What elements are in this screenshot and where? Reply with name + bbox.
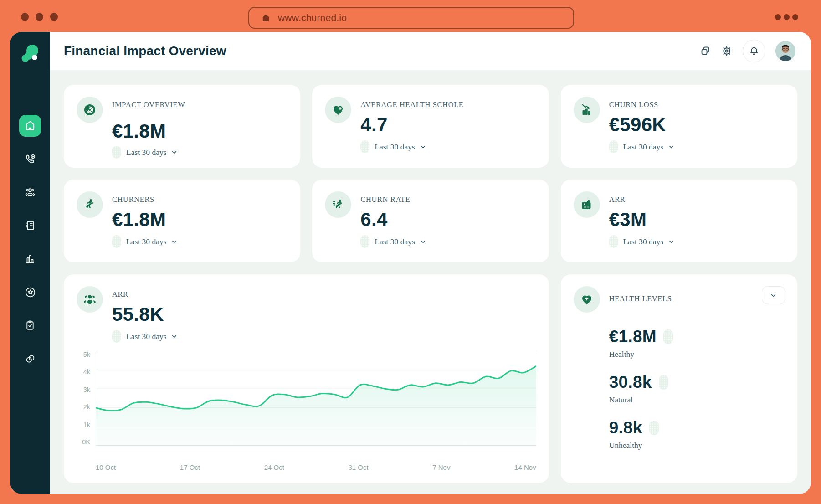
stat-value: €1.8M	[609, 327, 657, 346]
card-churners: CHURNERS €1.8M Last 30 days	[64, 180, 300, 262]
y-tick-label: 3k	[83, 386, 90, 393]
chevron-down-icon	[668, 239, 674, 245]
stat-value: 30.8k	[609, 373, 652, 392]
stat-label: Natural	[609, 395, 785, 405]
range-pill-icon	[112, 235, 121, 248]
y-tick-label: 5k	[83, 351, 90, 358]
card-value: €1.8M	[112, 209, 287, 231]
card-value: 55.8K	[112, 303, 536, 325]
chevron-down-icon	[171, 334, 177, 339]
chevron-down-icon	[770, 293, 776, 298]
x-axis-labels: 10 Oct17 Oct24 Oct31 Oct7 Nov14 Nov	[96, 463, 536, 471]
settings-gear-icon[interactable]	[721, 45, 733, 57]
traffic-light-dot[interactable]	[50, 13, 58, 21]
star-badge-icon	[24, 286, 36, 298]
sidebar-item-notes[interactable]	[19, 215, 41, 237]
health-stats: €1.8M Healthy 30.8k Natural 9.8k Unhealt…	[609, 327, 785, 450]
x-tick-label: 17 Oct	[180, 463, 200, 471]
phone-add-icon	[24, 153, 36, 165]
chevron-down-icon	[668, 144, 674, 150]
y-tick-label: 1k	[83, 421, 90, 428]
x-tick-label: 10 Oct	[96, 463, 116, 471]
sidebar-item-integrations[interactable]	[19, 348, 41, 370]
clipboard-check-icon	[24, 319, 36, 331]
notification-bell-icon[interactable]	[743, 40, 765, 62]
churned-logo[interactable]	[20, 44, 41, 66]
dashboard-content: IMPACT OVERVIEW €1.8M Last 30 days	[50, 70, 811, 494]
card-value: €1.8M	[112, 120, 287, 142]
date-range-selector[interactable]: Last 30 days	[112, 330, 536, 343]
stat-value: 9.8k	[609, 418, 642, 437]
stat-label: Unhealthy	[609, 441, 785, 450]
date-range-selector[interactable]: Last 30 days	[112, 235, 287, 248]
date-range-selector[interactable]: Last 30 days	[360, 235, 536, 248]
traffic-light-dot[interactable]	[21, 13, 29, 21]
card-health-levels: HEALTH LEVELS €1.8M Healthy 30.8k Natura…	[561, 274, 797, 483]
swirl-target-icon	[77, 97, 103, 123]
url-bar[interactable]: www.churned.io	[248, 7, 574, 29]
date-range-selector[interactable]: Last 30 days	[360, 140, 536, 153]
card-label: ARR	[112, 290, 536, 299]
card-label: CHURNERS	[112, 195, 287, 204]
traffic-light-dot[interactable]	[36, 13, 43, 21]
sidebar-item-success[interactable]	[19, 281, 41, 303]
card-value: €596K	[609, 114, 785, 136]
sidebar-item-tasks[interactable]	[19, 314, 41, 336]
date-range-selector[interactable]: Last 30 days	[609, 235, 785, 248]
card-value: 4.7	[360, 114, 536, 136]
heart-plus-icon	[574, 286, 600, 313]
sidebar-item-analytics[interactable]	[19, 248, 41, 270]
traffic-lights	[21, 13, 58, 21]
health-stat-natural: 30.8k Natural	[609, 373, 785, 405]
sidebar	[10, 32, 50, 494]
date-range-selector[interactable]: Last 30 days	[112, 146, 287, 159]
runner-icon	[77, 191, 103, 218]
sidebar-item-calls[interactable]	[19, 148, 41, 170]
range-pill-icon	[112, 146, 121, 159]
card-label: ARR	[609, 195, 785, 204]
browser-menu-icon[interactable]	[775, 14, 798, 20]
collapse-button[interactable]	[762, 286, 785, 304]
declining-bars-icon	[574, 97, 600, 123]
health-stat-unhealthy: 9.8k Unhealthy	[609, 418, 785, 450]
health-stat-healthy: €1.8M Healthy	[609, 327, 785, 359]
card-label: HEALTH LEVELS	[609, 286, 672, 303]
card-churn-rate: CHURN RATE 6.4 Last 30 days	[312, 180, 549, 262]
integrations-rings-icon	[24, 353, 36, 365]
range-pill-icon	[609, 140, 618, 153]
date-range-selector[interactable]: Last 30 days	[609, 140, 785, 153]
y-tick-label: 2k	[83, 403, 90, 411]
card-label: AVERAGE HEALTH SCHOLE	[360, 100, 536, 109]
x-tick-label: 24 Oct	[264, 463, 284, 471]
notebook-icon	[24, 220, 36, 231]
card-churn-loss: CHURN LOSS €596K Last 30 days	[561, 85, 797, 168]
stat-pill-icon	[663, 329, 673, 344]
chevron-down-icon	[171, 149, 177, 155]
x-tick-label: 14 Nov	[514, 463, 536, 471]
stat-pill-icon	[649, 421, 659, 435]
chevron-down-icon	[171, 239, 177, 245]
main-area: Financial Impact Overview	[50, 32, 811, 494]
copy-icon[interactable]	[700, 46, 711, 57]
user-avatar[interactable]	[775, 41, 795, 61]
card-impact-overview: IMPACT OVERVIEW €1.8M Last 30 days	[64, 85, 300, 168]
card-value: €3M	[609, 209, 785, 231]
x-tick-label: 31 Oct	[348, 463, 368, 471]
card-label: CHURN LOSS	[609, 100, 785, 109]
card-average-health-schole: AVERAGE HEALTH SCHOLE 4.7 Last 30 days	[312, 85, 549, 168]
card-arr: ARR €3M Last 30 days	[561, 180, 797, 262]
bar-chart-icon	[24, 253, 36, 265]
chart-plot	[96, 351, 536, 446]
y-tick-label: 4k	[83, 368, 90, 375]
url-text: www.churned.io	[278, 12, 347, 23]
people-group-icon	[77, 286, 103, 313]
browser-topbar: www.churned.io	[0, 0, 821, 32]
card-arr-chart: ARR 55.8K Last 30 days 5k4k3k2k1k0K	[64, 274, 549, 483]
stat-label: Healthy	[609, 350, 785, 359]
card-label: CHURN RATE	[360, 195, 536, 204]
arr-area-fill	[96, 366, 536, 446]
sidebar-item-customers[interactable]	[19, 181, 41, 203]
sidebar-item-home[interactable]	[19, 115, 41, 137]
card-label: IMPACT OVERVIEW	[112, 100, 287, 109]
header-actions	[700, 40, 795, 62]
